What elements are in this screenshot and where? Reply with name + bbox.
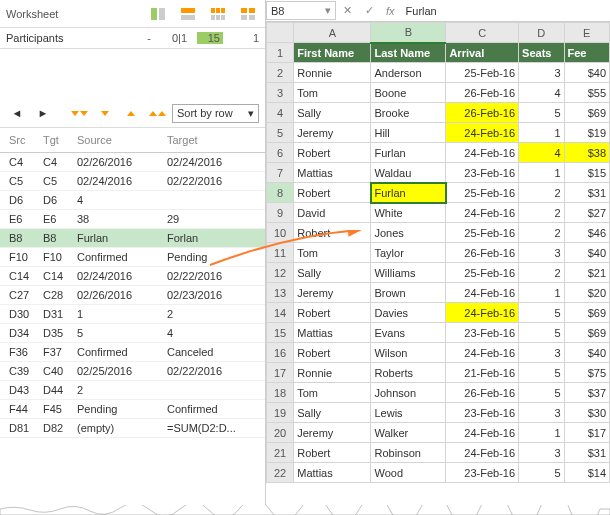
cell[interactable]: 4 xyxy=(519,143,564,163)
cell[interactable]: Davies xyxy=(371,303,446,323)
row-header[interactable]: 8 xyxy=(267,183,294,203)
cell[interactable]: 23-Feb-16 xyxy=(446,323,519,343)
col-header[interactable]: A xyxy=(294,23,371,43)
cell[interactable]: $27 xyxy=(564,203,609,223)
row-header[interactable]: 11 xyxy=(267,243,294,263)
cell[interactable]: Jones xyxy=(371,223,446,243)
cell[interactable]: Ronnie xyxy=(294,63,371,83)
cell[interactable]: 3 xyxy=(519,343,564,363)
cancel-icon[interactable]: ✕ xyxy=(336,4,358,17)
col-header[interactable]: E xyxy=(564,23,609,43)
select-all[interactable] xyxy=(267,23,294,43)
cell[interactable]: $40 xyxy=(564,343,609,363)
cell[interactable]: 3 xyxy=(519,403,564,423)
row-header[interactable]: 21 xyxy=(267,443,294,463)
accept-icon[interactable]: ✓ xyxy=(358,4,380,17)
cell[interactable]: Hill xyxy=(371,123,446,143)
col-header[interactable]: B xyxy=(371,23,446,43)
cell[interactable]: $30 xyxy=(564,403,609,423)
row-header[interactable]: 14 xyxy=(267,303,294,323)
row-header[interactable]: 10 xyxy=(267,223,294,243)
cell[interactable]: $46 xyxy=(564,223,609,243)
row-header[interactable]: 13 xyxy=(267,283,294,303)
nav-next-icon[interactable]: ► xyxy=(32,103,54,123)
cell[interactable]: $75 xyxy=(564,363,609,383)
cell[interactable]: $40 xyxy=(564,243,609,263)
cell[interactable]: Furlan xyxy=(371,183,446,203)
jump-last-icon[interactable] xyxy=(146,103,168,123)
row-header[interactable]: 3 xyxy=(267,83,294,103)
cell[interactable]: Sally xyxy=(294,103,371,123)
cell[interactable]: 26-Feb-16 xyxy=(446,383,519,403)
cell[interactable]: Furlan xyxy=(371,143,446,163)
cell[interactable]: 26-Feb-16 xyxy=(446,243,519,263)
jump-first-icon[interactable] xyxy=(68,103,90,123)
layout-btn-3[interactable] xyxy=(207,4,229,24)
cell[interactable]: Anderson xyxy=(371,63,446,83)
cell[interactable]: 1 xyxy=(519,123,564,143)
cell[interactable]: 3 xyxy=(519,243,564,263)
diff-row[interactable]: D6D64 xyxy=(0,191,265,210)
cell[interactable]: 2 xyxy=(519,223,564,243)
cell[interactable]: Tom xyxy=(294,383,371,403)
cell[interactable]: 3 xyxy=(519,443,564,463)
cell[interactable]: $69 xyxy=(564,103,609,123)
cell[interactable]: Taylor xyxy=(371,243,446,263)
cell[interactable]: Waldau xyxy=(371,163,446,183)
fx-icon[interactable]: fx xyxy=(380,5,401,17)
diff-row[interactable]: F44F45PendingConfirmed xyxy=(0,400,265,419)
cell[interactable]: $20 xyxy=(564,283,609,303)
cell[interactable]: $69 xyxy=(564,303,609,323)
cell[interactable]: 25-Feb-16 xyxy=(446,63,519,83)
cell[interactable]: Mattias xyxy=(294,463,371,483)
diff-row[interactable]: E6E63829 xyxy=(0,210,265,229)
cell[interactable]: 4 xyxy=(519,83,564,103)
row-header[interactable]: 17 xyxy=(267,363,294,383)
cell[interactable]: 5 xyxy=(519,363,564,383)
cell[interactable]: Evans xyxy=(371,323,446,343)
cell[interactable]: Johnson xyxy=(371,383,446,403)
col-header[interactable]: C xyxy=(446,23,519,43)
row-header[interactable]: 18 xyxy=(267,383,294,403)
cell[interactable]: Mattias xyxy=(294,163,371,183)
cell[interactable]: 24-Feb-16 xyxy=(446,203,519,223)
diff-row[interactable]: F10F10ConfirmedPending xyxy=(0,248,265,267)
cell[interactable]: Sally xyxy=(294,263,371,283)
cell[interactable]: Jeremy xyxy=(294,423,371,443)
cell[interactable]: 24-Feb-16 xyxy=(446,343,519,363)
row-header[interactable]: 15 xyxy=(267,323,294,343)
cell[interactable]: 26-Feb-16 xyxy=(446,103,519,123)
cell[interactable]: 25-Feb-16 xyxy=(446,183,519,203)
diff-row[interactable]: D30D3112 xyxy=(0,305,265,324)
cell[interactable]: Tom xyxy=(294,243,371,263)
diff-row[interactable]: C39C4002/25/201602/22/2016 xyxy=(0,362,265,381)
cell[interactable]: Jeremy xyxy=(294,123,371,143)
cell[interactable]: $31 xyxy=(564,183,609,203)
cell[interactable]: Roberts xyxy=(371,363,446,383)
row-header[interactable]: 5 xyxy=(267,123,294,143)
cell[interactable]: 2 xyxy=(519,203,564,223)
cell[interactable]: 26-Feb-16 xyxy=(446,83,519,103)
cell[interactable]: $19 xyxy=(564,123,609,143)
cell[interactable]: Walker xyxy=(371,423,446,443)
cell[interactable]: Mattias xyxy=(294,323,371,343)
cell[interactable]: 1 xyxy=(519,283,564,303)
cell[interactable]: $69 xyxy=(564,323,609,343)
cell[interactable]: 5 xyxy=(519,383,564,403)
cell[interactable]: 24-Feb-16 xyxy=(446,283,519,303)
cell[interactable]: Wilson xyxy=(371,343,446,363)
cell[interactable]: 3 xyxy=(519,63,564,83)
cell[interactable]: 25-Feb-16 xyxy=(446,263,519,283)
cell[interactable]: Lewis xyxy=(371,403,446,423)
cell[interactable]: Ronnie xyxy=(294,363,371,383)
cell[interactable]: $15 xyxy=(564,163,609,183)
cell[interactable]: 2 xyxy=(519,263,564,283)
row-header[interactable]: 22 xyxy=(267,463,294,483)
cell[interactable]: 25-Feb-16 xyxy=(446,223,519,243)
cell[interactable]: 24-Feb-16 xyxy=(446,123,519,143)
diff-row[interactable]: C27C2802/26/201602/23/2016 xyxy=(0,286,265,305)
cell[interactable]: 5 xyxy=(519,463,564,483)
cell[interactable]: Tom xyxy=(294,83,371,103)
cell[interactable]: Robert xyxy=(294,143,371,163)
diff-row[interactable]: C14C1402/24/201602/22/2016 xyxy=(0,267,265,286)
